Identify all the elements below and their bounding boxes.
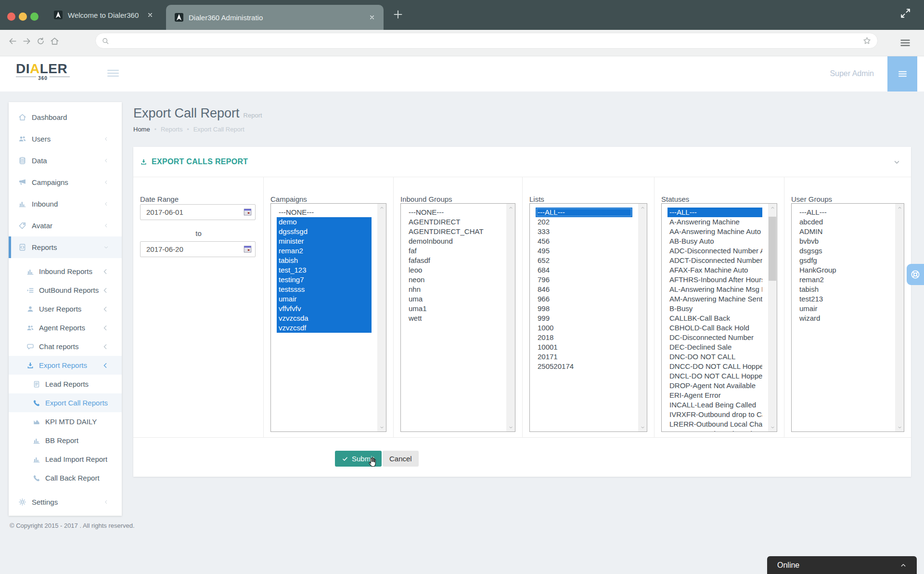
- scrollbar[interactable]: [895, 204, 904, 431]
- option-afax-fax-machine-auto[interactable]: AFAX-Fax Machine Auto: [667, 265, 762, 275]
- sidebar-item-chat-reports[interactable]: Chat reports: [9, 337, 122, 356]
- option-faf[interactable]: faf: [407, 246, 500, 256]
- option-dncc-do-not-call-hopper-camp[interactable]: DNCC-DO NOT CALL Hopper Camp: [667, 362, 762, 371]
- sidebar-item-agent-reports[interactable]: Agent Reports: [9, 318, 122, 337]
- sidebar-item-inbound-reports[interactable]: Inbound Reports: [9, 262, 122, 281]
- option-1000[interactable]: 1000: [536, 323, 632, 333]
- sidebar-item-export-reports[interactable]: Export Reports: [9, 356, 122, 375]
- reload-icon[interactable]: [36, 37, 45, 46]
- breadcrumb-reports[interactable]: Reports: [150, 126, 183, 133]
- calendar-icon[interactable]: [243, 208, 252, 216]
- option-652[interactable]: 652: [536, 256, 632, 265]
- chat-status-bar[interactable]: Online: [767, 556, 917, 574]
- option-bvbvb[interactable]: bvbvb: [797, 236, 889, 246]
- option-none[interactable]: ---NONE---: [407, 208, 500, 217]
- option-demoinbound[interactable]: demoInbound: [407, 236, 500, 246]
- option-minister[interactable]: minister: [277, 236, 372, 246]
- user-role-label[interactable]: Super Admin: [830, 69, 874, 78]
- sidebar-item-data[interactable]: Data: [9, 150, 122, 171]
- scrollbar-thumb[interactable]: [769, 217, 776, 281]
- option-all[interactable]: ---ALL---: [536, 208, 632, 217]
- breadcrumb-home[interactable]: Home: [133, 126, 150, 133]
- scroll-up-button[interactable]: [768, 204, 777, 212]
- browser-tab-dialer360-administratio[interactable]: Dialer360 Administratio: [166, 5, 384, 30]
- sidebar-item-kpi-mtd-daily[interactable]: KPI MTD DAILY: [9, 412, 122, 431]
- dialer360-logo[interactable]: DIALER 360: [16, 62, 70, 86]
- scrollbar[interactable]: [377, 204, 386, 431]
- option-20171[interactable]: 20171: [536, 352, 632, 362]
- back-icon[interactable]: [8, 37, 17, 46]
- option-dgssfsgd[interactable]: dgssfsgd: [277, 227, 372, 236]
- option-999[interactable]: 999: [536, 313, 632, 323]
- option-eri-agent-error[interactable]: ERI-Agent Error: [667, 391, 762, 400]
- header-menu-button[interactable]: [887, 56, 917, 91]
- option-684[interactable]: 684: [536, 265, 632, 275]
- campaigns-listbox[interactable]: ---NONE---demodgssfsgdministerreman2tabi…: [270, 203, 386, 432]
- option-admin[interactable]: ADMIN: [797, 227, 889, 236]
- option-a-answering-machine[interactable]: A-Answering Machine: [667, 217, 762, 227]
- browser-tab-welcome-to-dialer360[interactable]: Welcome to Dialer360: [47, 0, 160, 30]
- option-all[interactable]: ---ALL---: [797, 208, 889, 217]
- submit-button[interactable]: Submit: [335, 451, 382, 467]
- option-b-busy[interactable]: B-Busy: [667, 304, 762, 313]
- lists-listbox[interactable]: ---ALL---2023334564956526847968469669989…: [529, 203, 647, 432]
- tab-close-icon[interactable]: [147, 12, 153, 18]
- new-tab-icon[interactable]: [392, 9, 404, 20]
- option-dc-disconnected-number[interactable]: DC-Disconnected Number: [667, 333, 762, 342]
- sidebar-item-users[interactable]: Users: [9, 128, 122, 150]
- option-333[interactable]: 333: [536, 227, 632, 236]
- option-fafasdf[interactable]: fafasdf: [407, 256, 500, 265]
- option-leoo[interactable]: leoo: [407, 265, 500, 275]
- option-796[interactable]: 796: [536, 275, 632, 285]
- option-dec-declined-sale[interactable]: DEC-Declined Sale: [667, 342, 762, 352]
- scroll-up-button[interactable]: [506, 204, 515, 212]
- option-2018[interactable]: 2018: [536, 333, 632, 342]
- home-icon[interactable]: [50, 37, 59, 46]
- option-wett[interactable]: wett: [407, 313, 500, 323]
- option-demo[interactable]: demo: [277, 217, 372, 227]
- option-lsmerg-outbound-lead-merged-hold[interactable]: LSMERG-Outbound Lead Merged Hold: [667, 429, 762, 431]
- collapse-chevron-icon[interactable]: [893, 158, 900, 166]
- option-uma1[interactable]: uma1: [407, 304, 500, 313]
- scrollbar[interactable]: [638, 204, 647, 431]
- window-close-button[interactable]: [7, 13, 15, 21]
- sidebar-toggle-icon[interactable]: [107, 70, 119, 78]
- scroll-down-button[interactable]: [895, 423, 904, 431]
- scroll-down-button[interactable]: [768, 423, 777, 431]
- option-gsdfg[interactable]: gsdfg: [797, 256, 889, 265]
- option-dsgsgs[interactable]: dsgsgs: [797, 246, 889, 256]
- option-afthrs-inbound-after-hours-drop[interactable]: AFTHRS-Inbound After Hours Drop: [667, 275, 762, 285]
- browser-menu-icon[interactable]: [899, 37, 911, 49]
- support-widget[interactable]: [907, 264, 924, 285]
- sidebar-item-avatar[interactable]: Avatar: [9, 215, 122, 236]
- option-vzvzcsdf[interactable]: vzvzcsdf: [277, 323, 372, 333]
- scrollbar[interactable]: [506, 204, 515, 431]
- sidebar-item-reports[interactable]: Reports: [9, 236, 122, 258]
- sidebar-item-dashboard[interactable]: Dashboard: [9, 106, 122, 128]
- option-495[interactable]: 495: [536, 246, 632, 256]
- option-test-123[interactable]: test_123: [277, 265, 372, 275]
- option-cbhold-call-back-hold[interactable]: CBHOLD-Call Back Hold: [667, 323, 762, 333]
- breadcrumb-export-call-report[interactable]: Export Call Report: [182, 126, 244, 133]
- sidebar-item-settings[interactable]: Settings: [9, 491, 122, 513]
- option-456[interactable]: 456: [536, 236, 632, 246]
- option-vffvfvfv[interactable]: vffvfvfv: [277, 304, 372, 313]
- date-from-input[interactable]: [140, 204, 256, 220]
- option-tabish[interactable]: tabish: [797, 285, 889, 294]
- scroll-up-button[interactable]: [377, 204, 386, 212]
- option-agentdirect-chat[interactable]: AGENTDIRECT_CHAT: [407, 227, 500, 236]
- option-ab-busy-auto[interactable]: AB-Busy Auto: [667, 236, 762, 246]
- inbound-groups-listbox[interactable]: ---NONE---AGENTDIRECTAGENTDIRECT_CHATdem…: [400, 203, 515, 432]
- option-umair[interactable]: umair: [797, 304, 889, 313]
- sidebar-item-outbound-reports[interactable]: OutBound Reports: [9, 281, 122, 300]
- option-callbk-call-back[interactable]: CALLBK-Call Back: [667, 313, 762, 323]
- option-846[interactable]: 846: [536, 285, 632, 294]
- option-am-answering-machine-senttomesg[interactable]: AM-Answering Machine SentToMesg: [667, 294, 762, 304]
- option-test213[interactable]: test213: [797, 294, 889, 304]
- option-neon[interactable]: neon: [407, 275, 500, 285]
- option-all[interactable]: ---ALL---: [667, 208, 762, 217]
- forward-icon[interactable]: [22, 37, 31, 46]
- scrollbar[interactable]: [768, 204, 777, 431]
- scroll-down-button[interactable]: [638, 423, 647, 431]
- option-incall-lead-being-called[interactable]: INCALL-Lead Being Called: [667, 400, 762, 410]
